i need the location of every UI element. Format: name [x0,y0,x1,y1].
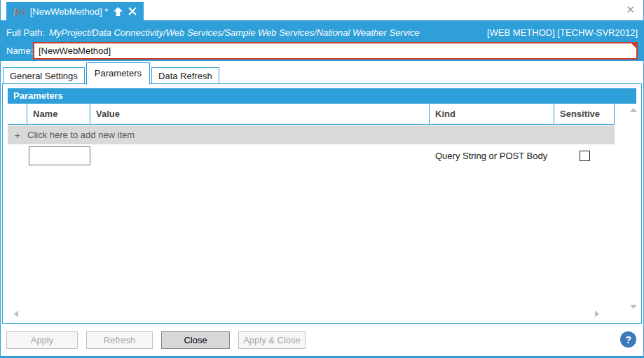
sensitive-checkbox[interactable] [580,151,590,161]
scroll-left-icon[interactable] [14,310,18,317]
name-input-wrap [33,42,638,60]
refresh-button[interactable]: Refresh [86,331,153,349]
function-icon: f(x) [13,6,25,17]
parameters-grid: Name Value Kind Sensitive + Click here t… [8,104,615,167]
column-header-name[interactable]: Name [27,104,90,124]
scroll-up-icon[interactable] [630,108,637,112]
add-new-item-row[interactable]: + Click here to add new item [8,125,615,144]
name-input[interactable] [33,42,638,60]
full-path-row: Full Path: MyProject/Data Connectivity/W… [6,25,638,40]
object-type-badge: [WEB METHOD] [TECHW-SVR2012] [487,27,638,38]
column-header-sensitive[interactable]: Sensitive [554,104,615,124]
document-tab-strip: f(x) [NewWebMethod] * ✕ [1,0,643,20]
promote-up-arrow-icon[interactable] [113,6,123,17]
help-icon[interactable]: ? [620,331,636,347]
validation-error-corner-icon [631,43,636,48]
scroll-down-icon[interactable] [630,305,637,309]
row-selector-column-header [8,104,27,124]
name-row: Name: [6,42,638,60]
param-name-input[interactable] [29,146,90,165]
parameters-group-header: Parameters [8,88,636,104]
apply-and-close-button[interactable]: Apply & Close [238,331,306,349]
apply-button[interactable]: Apply [6,331,78,349]
add-new-item-label: Click here to add new item [27,130,135,140]
add-icon: + [8,129,27,141]
window-close-icon[interactable]: ✕ [626,4,635,15]
tab-general-settings[interactable]: General Settings [3,67,85,85]
column-header-kind[interactable]: Kind [430,104,554,124]
column-header-value[interactable]: Value [90,104,430,124]
parameters-panel: Parameters Name Value Kind Sensitive + C… [2,83,642,324]
tab-data-refresh[interactable]: Data Refresh [151,67,219,85]
param-name-cell [27,146,90,165]
full-path-value: MyProject/Data Connectivity/Web Services… [49,27,420,38]
parameter-row: Query String or POST Body [8,144,615,167]
document-tab[interactable]: f(x) [NewWebMethod] * [6,2,144,20]
web-method-editor-window: f(x) [NewWebMethod] * ✕ Full Path: MyPro… [0,0,644,358]
grid-header-row: Name Value Kind Sensitive [8,104,615,125]
page-tab-strip: General SettingsParametersData Refresh [1,61,643,84]
tab-close-icon[interactable] [128,7,137,15]
close-button[interactable]: Close [161,331,230,349]
header-band: Full Path: MyProject/Data Connectivity/W… [1,20,643,61]
scroll-right-icon[interactable] [595,310,599,317]
document-tab-title: [NewWebMethod] * [30,6,109,17]
param-sensitive-cell [554,151,615,161]
param-kind-cell[interactable]: Query String or POST Body [430,151,554,161]
footer-bar: Apply Refresh Close Apply & Close ? [1,324,643,355]
tab-parameters[interactable]: Parameters [86,62,150,85]
name-label: Name: [6,46,33,56]
full-path-label: Full Path: [6,27,45,38]
